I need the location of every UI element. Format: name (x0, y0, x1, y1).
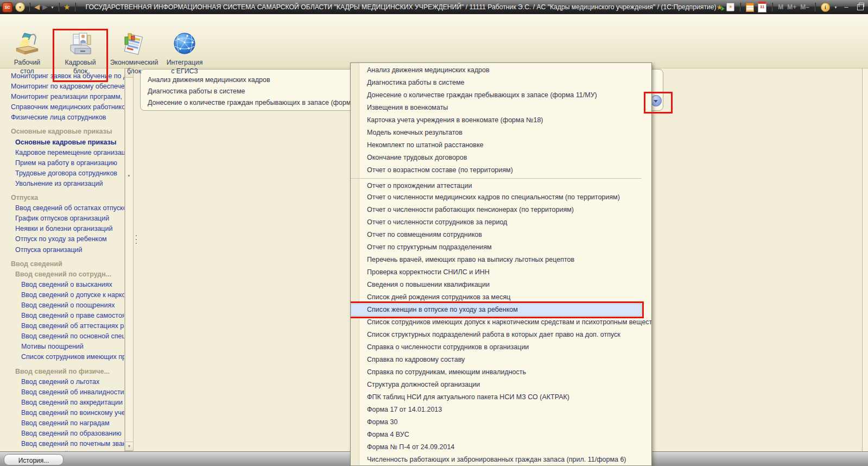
menu-item[interactable]: Форма 4 ВУС (351, 429, 642, 441)
panel-splitter[interactable] (133, 68, 140, 451)
menu-item[interactable]: Структура должностей организации (351, 379, 642, 391)
menu-item[interactable]: Отчет по структурным подразделениям (351, 241, 642, 254)
sidebar-item[interactable]: Ввод сведений по физиче... (0, 367, 124, 377)
menu-item[interactable]: Отчет о численности сотрудников за перио… (351, 216, 642, 229)
calendar-icon[interactable]: 31 (758, 2, 766, 12)
sidebar-item[interactable]: График отпусков организаций (0, 213, 124, 224)
toolbar-item-hr-block[interactable]: Кадровый блок (54, 30, 106, 80)
sidebar-item[interactable]: Мотивы поощрений (0, 342, 124, 352)
scrollbar-thumb[interactable] (125, 77, 134, 444)
menu-item[interactable]: Список дней рождения сотрудников за меся… (351, 291, 642, 304)
sidebar-item[interactable]: Ввод сведений о взысканиях (0, 280, 124, 290)
menu-item[interactable]: Донесение о количестве граждан пребывающ… (351, 89, 642, 102)
green-arrow-icon (721, 7, 725, 11)
divider (772, 3, 772, 11)
menu-item[interactable]: Перечень врачей, имеющих право на выписк… (351, 254, 642, 266)
toolbar-item-desktop[interactable]: Рабочий стол (4, 30, 50, 80)
divider (75, 3, 75, 11)
sidebar-item[interactable]: Кадровое перемещение организаций (0, 148, 124, 158)
sidebar-item[interactable]: Увольнение из организаций (0, 179, 124, 189)
memory-m-minus-button[interactable]: M– (800, 3, 809, 11)
sidebar-item[interactable]: Ввод сведений по почетным зван... (0, 439, 124, 449)
sidebar-item[interactable]: Мониторинг реализации программ, н... (0, 92, 124, 102)
menu-item[interactable]: ФПК таблиц НСИ для актуального пакета НС… (351, 391, 642, 404)
sidebar-item[interactable]: Отпуска организаций (0, 245, 124, 255)
menu-item[interactable]: Отчет по совмещениям сотрудников (351, 229, 642, 241)
menu-item[interactable]: Отчет о численности работающих пенсионер… (351, 204, 642, 216)
history-button[interactable]: История... (4, 454, 64, 465)
info-icon[interactable]: i (821, 3, 830, 12)
back-icon[interactable]: ◀ (34, 3, 40, 11)
sidebar-item[interactable]: Ввод сведений по основной спец... (0, 331, 124, 342)
menu-item[interactable]: Окончание трудовых договоров (351, 152, 642, 164)
sidebar-item[interactable]: Ввод сведений о праве самостоя... (0, 311, 124, 321)
menu-item[interactable]: Форма 17 от 14.01.2013 (351, 404, 642, 416)
menu-item[interactable]: Отчет о возрастном составе (по территори… (351, 164, 642, 177)
menu-item[interactable]: Список структурных подразделений работа … (351, 329, 642, 341)
sidebar-item[interactable]: Неявки и болезни организаций (0, 224, 124, 234)
sidebar-item[interactable]: Ввод сведений по аккредитации (0, 398, 124, 408)
sidebar-item[interactable]: Ввод сведений по образованию (0, 429, 124, 439)
menu-item[interactable]: Отчет о численности медицинских кадров п… (351, 191, 642, 204)
history-dropdown-icon[interactable]: ▼ (50, 5, 54, 9)
menu-item[interactable]: Форма 30 (351, 416, 642, 429)
menu-item[interactable]: Карточка учета учреждения в военкомате (… (351, 114, 642, 127)
titlebar-left-icons: 1С ▼ ◀ ▶ ▼ ★ (0, 2, 77, 12)
memory-m-plus-button[interactable]: M+ (787, 3, 796, 11)
toolbar-item-economic-block[interactable]: Экономический блок (109, 30, 159, 80)
sidebar-item[interactable]: Трудовые договора сотрудников (0, 168, 124, 179)
sidebar-item[interactable]: Основные кадровые приказы (0, 127, 124, 137)
toolbar-item-label-line2: блок (73, 67, 87, 76)
forward-icon[interactable]: ▶ (42, 3, 48, 11)
sidebar-item[interactable]: Отпуска (0, 193, 124, 203)
menu-item[interactable]: Список женщин в отпуске по уходу за ребе… (351, 304, 642, 316)
favorites-star-icon[interactable]: ★ (64, 3, 71, 11)
divider (29, 3, 30, 11)
sidebar-item[interactable]: Отпуск по уходу за ребенком (0, 234, 124, 244)
sidebar-item[interactable]: Мониторинг по кадровому обеспечен... (0, 81, 124, 92)
add-favorite-icon[interactable]: ★ (726, 3, 734, 11)
minimize-button[interactable]: – (841, 3, 851, 11)
sidebar-item[interactable]: Справочник медицинских работников... (0, 102, 124, 112)
menu-item[interactable]: Модель конечных результатов (351, 127, 642, 139)
sidebar-scrollbar[interactable]: ▲ ▼ (124, 68, 133, 451)
sidebar-item[interactable]: Ввод сведений об остатках отпуско... (0, 203, 124, 213)
sidebar-item[interactable]: Ввод сведений по наградам (0, 418, 124, 429)
menu-item[interactable]: Извещения в военкоматы (351, 102, 642, 114)
menu-item[interactable]: Численность работающих и забронированных… (351, 454, 642, 466)
menu-item[interactable]: Некомплект по штатной расстановке (351, 139, 642, 152)
sidebar-item[interactable]: Ввод сведений по воинскому учету (0, 408, 124, 418)
menu-item[interactable]: Диагностика работы в системе (351, 77, 642, 89)
menu-item[interactable]: Анализ движения медицинских кадров (351, 64, 642, 77)
globe-network-icon (171, 30, 198, 59)
toolbar-item-label-line2: стол (20, 67, 34, 76)
menu-item[interactable]: Справка о численности сотрудников в орга… (351, 341, 642, 354)
sidebar-item[interactable]: Основные кадровые приказы (0, 137, 124, 148)
menu-item[interactable]: Проверка корректности СНИЛС и ИНН (351, 266, 642, 279)
calculator-icon[interactable] (746, 3, 754, 12)
sidebar-item[interactable]: Список сотрудников имеющих пр... (0, 352, 124, 362)
menu-item[interactable]: Форма № П-4 от 24.09.2014 (351, 441, 642, 454)
main-menu-button[interactable]: ▼ (15, 2, 25, 12)
memory-m-button[interactable]: M (778, 3, 783, 11)
toolbar-item-label-line1: Экономический (110, 59, 159, 67)
sidebar-item[interactable]: Физические лица сотрудников (0, 112, 124, 123)
menu-item[interactable]: Отчет о прохождении аттестации (351, 178, 642, 191)
sidebar-item[interactable]: Ввод сведений о допуске к нарко... (0, 290, 124, 300)
toolbar-item-egisz-integration[interactable]: Интеграция с ЕГИСЗ (161, 30, 208, 80)
sidebar-item[interactable]: Ввод сведений о льготах (0, 377, 124, 387)
go-to-favorites-icon[interactable]: ★ (717, 3, 723, 11)
sidebar-item[interactable]: Ввод сведений об инвалидности (0, 387, 124, 398)
menu-item[interactable]: Справка по сотрудникам, имеющим инвалидн… (351, 366, 642, 379)
restore-button[interactable] (857, 4, 864, 10)
sidebar-item[interactable]: Ввод сведений (0, 259, 124, 269)
sidebar-item[interactable]: Прием на работу в организацию (0, 158, 124, 168)
menu-item[interactable]: Список сотрудников имеющих допуск к нарк… (351, 316, 642, 329)
menu-item[interactable]: Сведения о повышении квалификации (351, 279, 642, 291)
sidebar-item[interactable]: Ввод сведений по сотрудн... (0, 269, 124, 280)
menu-item[interactable]: Справка по кадровому составу (351, 354, 642, 366)
scroll-down-icon[interactable]: ▼ (125, 442, 134, 451)
info-dropdown-icon[interactable]: ▼ (834, 5, 838, 9)
sidebar-item[interactable]: Ввод сведений о поощрениях (0, 300, 124, 311)
sidebar-item[interactable]: Ввод сведений об аттестациях ра... (0, 321, 124, 331)
